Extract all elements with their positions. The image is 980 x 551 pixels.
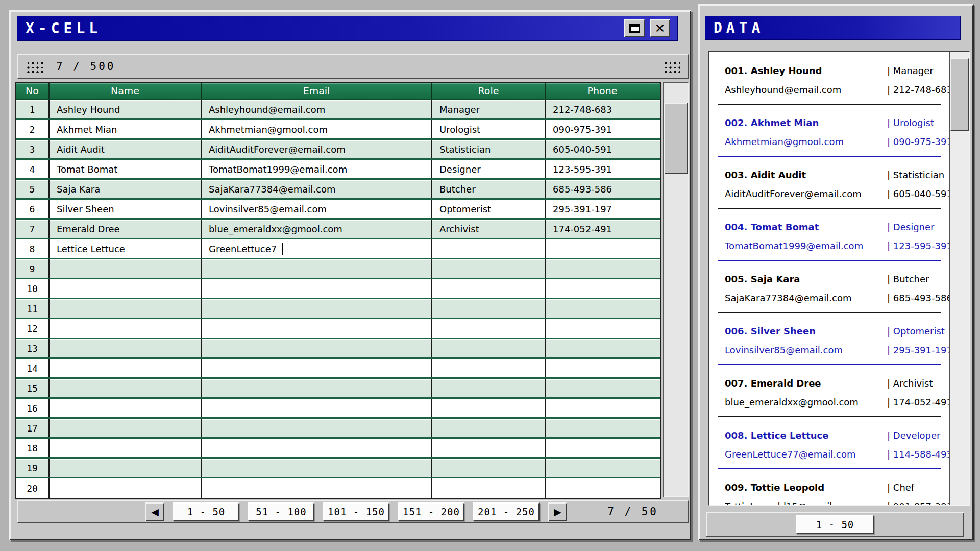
close-button[interactable]: ✕ [650,19,670,37]
cell-role[interactable] [431,259,545,278]
cell-email[interactable]: Ashleyhound@email.com [201,100,431,118]
cell-email[interactable] [201,299,431,318]
cell-email[interactable] [201,439,431,457]
page-range-button[interactable]: 51 - 100 [248,502,314,521]
drag-grip-icon-right[interactable] [663,60,680,73]
cell-name[interactable]: Akhmet Mian [48,120,201,138]
cell-role[interactable] [431,239,545,258]
cell-name[interactable]: Lettice Lettuce [48,239,201,258]
record-item[interactable]: 006. Silver Sheen | Optomerist Lovinsilv… [709,318,949,370]
cell-name[interactable] [48,459,201,477]
cell-email[interactable] [201,339,431,357]
cell-row-number[interactable]: 7 [16,220,48,238]
record-item[interactable]: 002. Akhmet Mian | Urologist Akhmetmian@… [709,109,949,161]
drag-grip-icon-left[interactable] [26,60,43,73]
cell-phone[interactable] [545,459,659,477]
cell-name[interactable]: Emerald Dree [48,220,201,238]
cell-row-number[interactable]: 8 [16,239,48,258]
cell-phone[interactable] [545,478,659,498]
cell-row-number[interactable]: 6 [16,200,48,218]
cell-role[interactable] [431,339,545,357]
page-range-button[interactable]: 101 - 150 [323,502,389,521]
cell-role[interactable]: Designer [431,160,545,178]
cell-phone[interactable] [545,259,659,278]
xcell-titlebar[interactable]: X-CELL ✕ [17,16,678,41]
cell-row-number[interactable]: 13 [16,339,48,357]
cell-email[interactable]: Lovinsilver85@email.com [201,200,431,218]
maximize-button[interactable] [624,19,645,37]
column-header[interactable]: No [16,83,48,99]
cell-email[interactable] [201,279,431,298]
cell-phone[interactable]: 295-391-197 [545,200,659,218]
cell-email[interactable]: AiditAuditForever@email.com [201,140,431,158]
cell-phone[interactable]: 123-595-391 [545,160,659,178]
cell-phone[interactable] [545,359,659,377]
cell-name[interactable] [48,439,201,457]
cell-row-number[interactable]: 1 [16,100,48,118]
cell-role[interactable] [431,399,545,417]
data-scrollbar-thumb[interactable] [950,58,969,131]
cell-phone[interactable] [545,399,659,417]
cell-email[interactable] [201,319,431,338]
cell-name[interactable] [48,339,201,357]
page-range-button[interactable]: 1 - 50 [173,502,239,521]
cell-name[interactable] [48,279,201,298]
cell-name[interactable] [48,379,201,397]
column-header[interactable]: Role [431,83,545,99]
cell-row-number[interactable]: 2 [16,120,48,138]
cell-role[interactable] [431,319,545,338]
cell-role[interactable] [431,478,545,498]
cell-phone[interactable] [545,319,659,338]
cell-name[interactable] [48,478,201,498]
cell-row-number[interactable]: 9 [16,259,48,278]
record-item[interactable]: 004. Tomat Bomat | Designer TomatBomat19… [709,213,949,266]
cell-phone[interactable] [545,299,659,318]
cell-role[interactable]: Butcher [431,180,545,198]
cell-name[interactable] [48,419,201,437]
cell-name[interactable]: Aidit Audit [48,140,201,158]
cell-role[interactable]: Urologist [431,120,545,138]
cell-row-number[interactable]: 10 [16,279,48,298]
column-header[interactable]: Name [48,83,201,99]
table-scrollbar-thumb[interactable] [664,103,688,174]
cell-email[interactable]: TomatBomat1999@email.com [201,160,431,178]
cell-row-number[interactable]: 5 [16,180,48,198]
cell-role[interactable] [431,359,545,377]
cell-role[interactable] [431,379,545,397]
data-titlebar[interactable]: DATA [705,16,961,40]
cell-phone[interactable]: 605-040-591 [545,140,659,158]
cell-email[interactable] [201,399,431,417]
cell-name[interactable] [48,299,201,318]
cell-role[interactable]: Manager [431,100,545,118]
cell-phone[interactable]: 685-493-586 [545,180,659,198]
record-item[interactable]: 008. Lettice Lettuce | Developer GreenLe… [709,422,949,474]
record-item[interactable]: 001. Ashley Hound | Manager Ashleyhound@… [709,57,949,109]
cell-name[interactable]: Ashley Hound [48,100,201,118]
cell-role[interactable]: Optomerist [431,200,545,218]
cell-email[interactable] [201,419,431,437]
record-item[interactable]: 009. Tottie Leopold | Chef TottieLeopold… [709,474,949,505]
next-page-button[interactable]: ▶ [548,502,567,521]
data-scrollbar[interactable] [949,52,969,505]
cell-phone[interactable] [545,279,659,298]
record-item[interactable]: 003. Aidit Audit | Statistician AiditAud… [709,161,949,213]
cell-role[interactable] [431,459,545,477]
cell-name[interactable] [48,399,201,417]
cell-email[interactable]: blue_emeraldxx@gmool.com [201,220,431,238]
cell-email[interactable] [201,379,431,397]
table-scrollbar[interactable] [663,82,689,497]
cell-row-number[interactable]: 14 [16,359,48,377]
cell-role[interactable]: Archivist [431,220,545,238]
cell-phone[interactable] [545,379,659,397]
column-header[interactable]: Phone [545,83,659,99]
cell-role[interactable] [431,279,545,298]
cell-name[interactable] [48,259,201,278]
cell-phone[interactable]: 090-975-391 [545,120,659,138]
cell-row-number[interactable]: 3 [16,140,48,158]
cell-email[interactable]: Akhmetmian@gmool.com [201,120,431,138]
cell-email[interactable] [201,459,431,477]
cell-phone[interactable]: 174-052-491 [545,220,659,238]
cell-phone[interactable] [545,239,659,258]
cell-email[interactable]: GreenLettuce7 [201,239,431,258]
cell-phone[interactable] [545,339,659,357]
